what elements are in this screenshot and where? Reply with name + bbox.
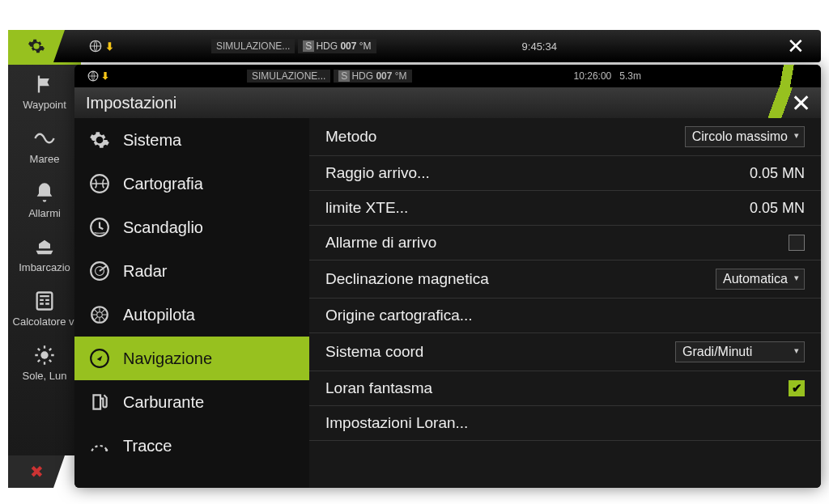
bell-icon	[33, 181, 56, 204]
row-limite-xte[interactable]: limite XTE... 0.05 MN	[309, 191, 821, 226]
loran-checkbox[interactable]	[789, 380, 805, 396]
tool-item-calcolatore[interactable]: Calcolatore vi	[8, 282, 81, 336]
flag-icon	[33, 73, 56, 95]
svg-point-11	[105, 449, 108, 451]
row-label: Loran fantasma	[325, 379, 432, 397]
row-label: Sistema coord	[325, 343, 423, 361]
row-label: limite XTE...	[325, 199, 408, 217]
allarme-checkbox[interactable]	[789, 235, 805, 251]
gear-icon	[28, 37, 45, 55]
download-icon: ⬇	[101, 70, 109, 82]
tools-sidebar: Waypoint Maree Allarmi Imbarcazio Calcol…	[8, 62, 81, 455]
fuel-icon	[89, 392, 110, 413]
row-label: Impostazioni Loran...	[325, 414, 468, 432]
row-label: Declinazione magnetica	[325, 270, 489, 288]
compass-icon	[89, 348, 110, 369]
heading-badge: SHDG 007 °M	[334, 70, 411, 83]
globe-icon	[89, 40, 102, 53]
row-impostazioni-loran[interactable]: Impostazioni Loran...	[309, 406, 821, 441]
row-origine-cartografica[interactable]: Origine cartografica...	[309, 299, 821, 333]
accent-stripe	[756, 87, 821, 118]
row-raggio-arrivo[interactable]: Raggio arrivo... 0.05 MN	[309, 156, 821, 191]
boat-icon	[33, 235, 56, 258]
panel-title-bar: Impostazioni ✕	[74, 87, 821, 118]
simulation-badge: SIMULAZIONE...	[211, 39, 295, 53]
cat-tracce[interactable]: Tracce	[74, 424, 309, 468]
cat-scandaglio[interactable]: Scandaglio	[74, 205, 309, 249]
row-metodo[interactable]: Metodo Circolo massimo	[309, 118, 821, 156]
row-label: Allarme di arrivo	[325, 234, 436, 252]
tool-label: Maree	[30, 153, 60, 165]
cat-label: Tracce	[123, 437, 172, 455]
tool-label: Imbarcazio	[19, 261, 70, 273]
accent-stripe	[756, 65, 821, 87]
declinazione-select[interactable]: Automatica	[716, 269, 805, 290]
calculator-icon	[33, 290, 56, 312]
tool-label: Allarmi	[28, 207, 61, 219]
simulation-badge: SIMULAZIONE...	[247, 70, 330, 83]
panel-title: Impostazioni	[86, 94, 176, 112]
cat-radar[interactable]: Radar	[74, 249, 309, 293]
back-close-button[interactable]: ✕	[787, 34, 805, 59]
row-value: 0.05 MN	[750, 165, 805, 182]
clock: 9:45:34	[522, 40, 557, 53]
row-sistema-coord[interactable]: Sistema coord Gradi/Minuti	[309, 333, 821, 371]
row-allarme-arrivo[interactable]: Allarme di arrivo	[309, 226, 821, 260]
row-label: Origine cartografica...	[325, 307, 473, 324]
cat-autopilota[interactable]: Autopilota	[74, 293, 309, 337]
cat-label: Autopilota	[123, 306, 195, 324]
sonar-icon	[89, 217, 110, 238]
cat-label: Carburante	[123, 393, 204, 412]
panel-status-bar: ⬇ SIMULAZIONE... SHDG 007 °M 10:26:00 5.…	[74, 65, 821, 87]
tool-item-sole[interactable]: Sole, Lun	[8, 336, 81, 390]
cat-label: Sistema	[123, 131, 181, 150]
globe-icon	[87, 70, 99, 82]
wheel-icon	[89, 304, 110, 325]
metodo-select[interactable]: Circolo massimo	[685, 126, 805, 147]
row-label: Metodo	[325, 128, 376, 146]
globe-status: ⬇	[87, 70, 109, 82]
coord-select[interactable]: Gradi/Minuti	[675, 341, 805, 362]
gear-corner[interactable]	[8, 30, 65, 62]
radar-icon	[89, 260, 110, 282]
globe-status: ⬇	[89, 40, 114, 53]
clock: 10:26:00	[574, 70, 612, 82]
track-icon	[89, 435, 110, 456]
cat-navigazione[interactable]: Navigazione	[74, 337, 309, 380]
cat-label: Radar	[123, 262, 167, 281]
back-status-bar: ⬇ SIMULAZIONE... SHDG 007 °M 9:45:34 ✕	[8, 30, 821, 62]
wave-icon	[33, 127, 56, 150]
settings-categories: Sistema Cartografia Scandaglio Radar Aut…	[74, 118, 309, 488]
globe-map-icon	[89, 173, 110, 194]
settings-panel: ⬇ SIMULAZIONE... SHDG 007 °M 10:26:00 5.…	[74, 65, 821, 488]
cat-sistema[interactable]: Sistema	[74, 118, 309, 162]
tool-item-allarmi[interactable]: Allarmi	[8, 173, 81, 227]
tool-item-maree[interactable]: Maree	[8, 119, 81, 173]
cat-label: Cartografia	[123, 175, 203, 193]
svg-point-9	[97, 312, 103, 318]
heading-badge: SHDG 007 °M	[298, 39, 376, 53]
cat-label: Navigazione	[123, 349, 212, 368]
tool-item-waypoint[interactable]: Waypoint	[8, 65, 81, 119]
outer-close-button[interactable]: ✖	[8, 455, 65, 488]
cat-label: Scandaglio	[123, 218, 203, 237]
gear-icon	[89, 129, 110, 150]
download-icon: ⬇	[105, 40, 114, 53]
svg-point-2	[40, 351, 48, 358]
tool-item-imbarcazioni[interactable]: Imbarcazio	[8, 227, 81, 282]
cat-cartografia[interactable]: Cartografia	[74, 162, 309, 205]
row-value: 0.05 MN	[750, 200, 805, 217]
tool-label: Sole, Lun	[23, 370, 67, 382]
settings-rows: Metodo Circolo massimo Raggio arrivo... …	[309, 118, 821, 488]
sun-icon	[33, 344, 56, 366]
depth-value: 5.3m	[619, 70, 641, 82]
panel-close-button[interactable]: ✕	[791, 89, 811, 117]
tool-label: Calcolatore vi	[13, 316, 77, 328]
cat-carburante[interactable]: Carburante	[74, 380, 309, 424]
row-loran-fantasma[interactable]: Loran fantasma	[309, 371, 821, 406]
row-label: Raggio arrivo...	[325, 164, 430, 182]
svg-rect-1	[37, 293, 53, 310]
row-declinazione[interactable]: Declinazione magnetica Automatica	[309, 260, 821, 299]
tool-label: Waypoint	[23, 99, 66, 111]
